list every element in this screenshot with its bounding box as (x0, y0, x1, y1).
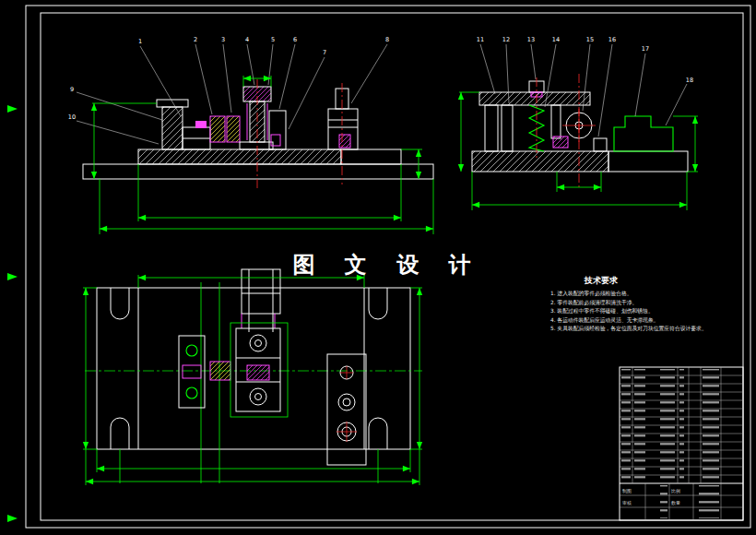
callout-number: 9 (70, 86, 74, 93)
registration-mark-icon (7, 273, 18, 280)
tech-note: 2. 零件装配前必须清理和清洗干净。 (550, 299, 637, 306)
bom-name-column-text (634, 369, 675, 482)
callout-number: 14 (552, 36, 560, 43)
cad-sheet: 1 2 3 4 5 6 7 8 9 10 (0, 0, 756, 535)
bolt-slot (369, 418, 387, 449)
side-base-plate (472, 151, 688, 172)
bolt-slot (111, 288, 129, 319)
bom-qty-column-text (679, 369, 688, 482)
tech-note: 3. 装配过程中零件不得磕碰、划伤和锈蚀。 (550, 307, 654, 315)
callout-number: 15 (586, 36, 594, 43)
side-magenta-detail (553, 137, 568, 148)
front-right-bracket (328, 89, 358, 149)
callout-number: 3 (221, 36, 225, 43)
plan-clamp-body (230, 323, 288, 417)
callout-number: 12 (502, 36, 510, 43)
title-block-text (647, 485, 667, 518)
registration-mark-icon (7, 105, 18, 113)
tech-note: 5. 夹具装配后须经检验，各定位面及对刀块位置应符合设计要求。 (550, 325, 707, 332)
registration-mark-icon (7, 515, 18, 522)
callout-number: 13 (527, 36, 535, 43)
front-clamp-stud (240, 87, 286, 149)
tech-requirements: 技术要求 1. 进入装配的零件必须检验合格。 2. 零件装配前必须清理和清洗干净… (550, 276, 707, 332)
side-top-plate (479, 92, 590, 151)
watermark-title: 图 文 设 计 (292, 252, 481, 278)
side-small-block (594, 138, 607, 151)
callout-number: 6 (293, 36, 297, 43)
front-locator-column (157, 100, 210, 149)
bom-material-column-text (703, 369, 719, 482)
front-insert-blocks (210, 116, 240, 142)
callout-number: 10 (68, 113, 76, 121)
side-fixture-body (614, 116, 673, 151)
title-block-label-draft: 制图 (622, 488, 632, 494)
front-base-plate (83, 149, 433, 179)
callout-number: 1 (138, 38, 142, 45)
tech-note: 4. 各运动件装配后应运动灵活、无卡滞现象。 (550, 316, 659, 324)
tech-requirements-heading: 技术要求 (584, 276, 619, 285)
title-block-label-scale: 比例 (671, 488, 680, 494)
callout-number: 5 (271, 36, 275, 43)
title-block-text (695, 485, 719, 518)
plan-centerlines (85, 282, 422, 483)
callout-number: 17 (642, 45, 649, 53)
plan-insert-block (210, 362, 230, 380)
bom-index-column-text (621, 369, 631, 482)
side-view: 11 12 13 14 15 16 17 18 (459, 36, 698, 210)
title-block-label-review: 审核 (622, 500, 632, 505)
callout-number: 2 (194, 36, 197, 43)
magenta-detail (195, 121, 207, 128)
plan-view (83, 269, 422, 485)
title-block-label-qty: 数量 (671, 500, 680, 505)
side-leader-lines: 11 12 13 14 15 16 17 18 (477, 36, 693, 137)
callout-number: 8 (385, 36, 389, 43)
callout-number: 11 (477, 36, 484, 43)
tech-note: 1. 进入装配的零件必须检验合格。 (550, 290, 632, 297)
bolt-slot (111, 418, 129, 449)
callout-number: 18 (686, 77, 693, 84)
front-view: 1 2 3 4 5 6 7 8 9 10 (68, 36, 433, 234)
callout-number: 7 (323, 49, 326, 56)
callout-number: 16 (608, 36, 616, 43)
callout-number: 4 (245, 36, 249, 43)
bolt-slot (369, 288, 387, 319)
side-centerlines (537, 74, 579, 190)
bom-table: 制图 审核 比例 数量 (620, 367, 743, 520)
cad-drawing-canvas[interactable]: 1 2 3 4 5 6 7 8 9 10 (0, 0, 756, 535)
